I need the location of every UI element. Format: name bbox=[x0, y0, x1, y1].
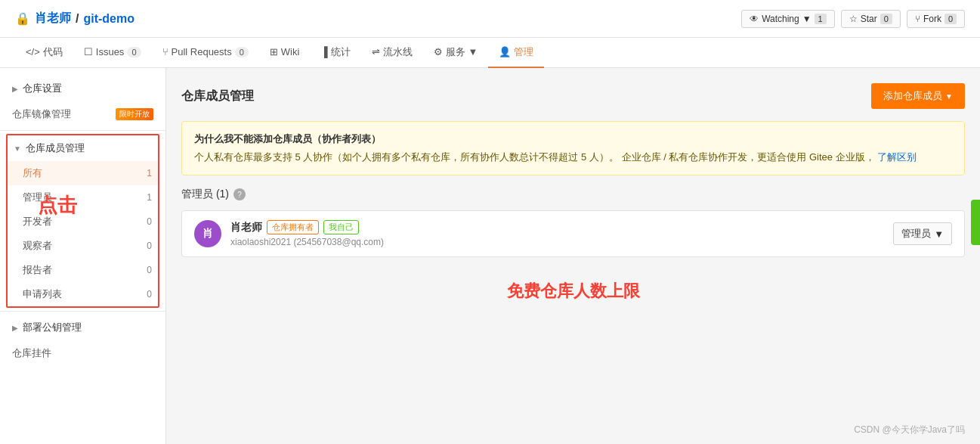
reporter-label: 报告者 bbox=[23, 263, 52, 277]
add-member-button[interactable]: 添加仓库成员 ▼ bbox=[871, 83, 965, 109]
warning-box: 为什么我不能添加仓库成员（协作者列表） 个人私有仓库最多支持 5 人协作（如个人… bbox=[181, 121, 965, 175]
sidebar-divider bbox=[0, 130, 165, 131]
top-actions: 👁 Watching ▼ 1 ☆ Star 0 ⑂ Fork 0 bbox=[741, 10, 965, 28]
stats-icon: ▐ bbox=[320, 46, 327, 57]
tab-manage[interactable]: 👤 管理 bbox=[488, 38, 544, 68]
eye-icon: 👁 bbox=[750, 14, 759, 24]
member-details: 肖老师 仓库拥有者 我自己 xiaolaoshi2021 (254567038@… bbox=[230, 220, 384, 247]
nav-tabs: </> 代码 ☐ Issues 0 ⑂ Pull Requests 0 ⊞ Wi… bbox=[0, 38, 980, 68]
member-name-row: 肖老师 仓库拥有者 我自己 bbox=[230, 220, 384, 234]
observer-label: 观察者 bbox=[23, 239, 52, 253]
separator: / bbox=[76, 12, 79, 26]
plugin-label: 仓库挂件 bbox=[12, 346, 51, 360]
green-side-button[interactable] bbox=[971, 200, 980, 245]
all-label: 所有 bbox=[23, 166, 42, 180]
content-header: 仓库成员管理 添加仓库成员 ▼ bbox=[181, 83, 965, 109]
wiki-icon: ⊞ bbox=[270, 46, 278, 57]
warning-body: 个人私有仓库最多支持 5 人协作（如个人拥有多个私有仓库，所有协作人数总计不得超… bbox=[194, 151, 952, 164]
tab-stats[interactable]: ▐ 统计 bbox=[310, 38, 360, 68]
member-arrow-icon: ▼ bbox=[14, 144, 21, 153]
watching-arrow: ▼ bbox=[802, 14, 812, 24]
pubkey-arrow-icon: ▶ bbox=[12, 324, 18, 332]
lock-icon: 🔒 bbox=[15, 11, 30, 26]
pr-icon: ⑂ bbox=[162, 46, 168, 57]
repo-owner-link[interactable]: 肖老师 bbox=[35, 11, 71, 26]
add-member-arrow: ▼ bbox=[945, 92, 953, 101]
admin-label: 管理员 bbox=[23, 191, 52, 204]
tab-code[interactable]: </> 代码 bbox=[15, 38, 73, 68]
watching-button[interactable]: 👁 Watching ▼ 1 bbox=[741, 10, 835, 28]
fork-icon: ⑂ bbox=[915, 14, 920, 24]
add-member-label: 添加仓库成员 bbox=[883, 89, 942, 103]
sidebar-plugin[interactable]: 仓库挂件 bbox=[0, 340, 165, 366]
member-name: 肖老师 bbox=[230, 221, 262, 234]
owner-badge: 仓库拥有者 bbox=[267, 220, 319, 234]
services-icon: ⚙ bbox=[434, 46, 443, 57]
tab-pull-requests[interactable]: ⑂ Pull Requests 0 bbox=[152, 38, 259, 68]
star-count: 0 bbox=[880, 14, 892, 24]
me-badge: 我自己 bbox=[323, 220, 359, 234]
top-header: 🔒 肖老师 / git-demo 👁 Watching ▼ 1 ☆ Star 0… bbox=[0, 0, 980, 38]
warning-title: 为什么我不能添加仓库成员（协作者列表） bbox=[194, 132, 952, 146]
role-dropdown[interactable]: 管理员 ▼ bbox=[893, 222, 952, 245]
fork-count: 0 bbox=[944, 14, 957, 24]
sidebar-application-list[interactable]: 申请列表 0 bbox=[8, 282, 158, 306]
content-title: 仓库成员管理 bbox=[181, 88, 254, 104]
star-button[interactable]: ☆ Star 0 bbox=[841, 10, 901, 28]
reporter-count: 0 bbox=[147, 265, 152, 275]
sidebar-admin[interactable]: 管理员 1 bbox=[8, 185, 158, 210]
settings-label: 仓库设置 bbox=[23, 82, 62, 95]
pubkey-label: 部署公钥管理 bbox=[23, 321, 82, 334]
free-limit-text: 免费仓库人数上限 bbox=[181, 280, 965, 303]
issues-icon: ☐ bbox=[84, 46, 93, 57]
code-icon: </> bbox=[26, 46, 40, 57]
manage-icon: 👤 bbox=[499, 46, 511, 57]
watching-count: 1 bbox=[815, 14, 827, 24]
admin-count: 1 bbox=[147, 192, 152, 203]
member-mgmt-header[interactable]: ▼ 仓库成员管理 bbox=[8, 135, 158, 161]
sidebar-divider2 bbox=[0, 311, 165, 312]
tab-wiki[interactable]: ⊞ Wiki bbox=[259, 38, 311, 68]
repo-title: 🔒 肖老师 / git-demo bbox=[15, 11, 134, 26]
member-email: xiaolaoshi2021 (254567038@qq.com) bbox=[230, 237, 384, 247]
all-count: 1 bbox=[147, 168, 152, 179]
mirror-badge: 限时开放 bbox=[116, 108, 153, 120]
observer-count: 0 bbox=[147, 241, 152, 251]
sidebar-settings-header[interactable]: ▶ 仓库设置 bbox=[0, 76, 165, 101]
sidebar: ▶ 仓库设置 仓库镜像管理 限时开放 ▼ 仓库成员管理 所有 1 管理员 1 开… bbox=[0, 68, 166, 444]
sidebar-all-members[interactable]: 所有 1 bbox=[8, 161, 158, 185]
member-management-section: ▼ 仓库成员管理 所有 1 管理员 1 开发者 0 观察者 0 报告者 0 bbox=[6, 134, 159, 308]
role-label: 管理员 bbox=[901, 227, 931, 241]
developer-label: 开发者 bbox=[23, 215, 52, 228]
tab-services[interactable]: ⚙ 服务 ▼ bbox=[423, 38, 489, 68]
member-card: 肖 肖老师 仓库拥有者 我自己 xiaolaoshi2021 (25456703… bbox=[181, 210, 965, 257]
sidebar-developer[interactable]: 开发者 0 bbox=[8, 210, 158, 234]
watching-label: Watching bbox=[762, 14, 799, 24]
csdn-watermark: CSDN @今天你学Java了吗 bbox=[854, 424, 965, 436]
pipeline-icon: ⇌ bbox=[372, 46, 380, 57]
tab-pipeline[interactable]: ⇌ 流水线 bbox=[361, 38, 423, 68]
fork-label: Fork bbox=[923, 14, 941, 24]
learn-more-link[interactable]: 了解区别 bbox=[877, 151, 917, 163]
developer-count: 0 bbox=[147, 216, 152, 227]
role-arrow: ▼ bbox=[934, 228, 944, 240]
admin-section-label: 管理员 (1) bbox=[181, 188, 229, 201]
help-icon[interactable]: ? bbox=[233, 188, 246, 200]
sidebar-observer[interactable]: 观察者 0 bbox=[8, 234, 158, 258]
mirror-label: 仓库镜像管理 bbox=[12, 107, 71, 121]
application-label: 申请列表 bbox=[23, 287, 62, 301]
sidebar-mirror-item[interactable]: 仓库镜像管理 限时开放 bbox=[0, 101, 165, 127]
member-info: 肖 肖老师 仓库拥有者 我自己 xiaolaoshi2021 (25456703… bbox=[194, 220, 384, 247]
fork-button[interactable]: ⑂ Fork 0 bbox=[907, 10, 965, 28]
admin-section-title: 管理员 (1) ? bbox=[181, 188, 965, 201]
sidebar-reporter[interactable]: 报告者 0 bbox=[8, 258, 158, 282]
sidebar-pubkey-header[interactable]: ▶ 部署公钥管理 bbox=[0, 315, 165, 340]
member-mgmt-label: 仓库成员管理 bbox=[26, 141, 85, 155]
star-label: Star bbox=[861, 14, 877, 24]
tab-issues[interactable]: ☐ Issues 0 bbox=[73, 38, 152, 68]
repo-name-link[interactable]: git-demo bbox=[83, 12, 134, 26]
content-area: 仓库成员管理 添加仓库成员 ▼ 为什么我不能添加仓库成员（协作者列表） 个人私有… bbox=[166, 68, 980, 444]
settings-arrow-icon: ▶ bbox=[12, 85, 18, 93]
star-icon: ☆ bbox=[849, 14, 858, 24]
application-count: 0 bbox=[147, 289, 152, 300]
